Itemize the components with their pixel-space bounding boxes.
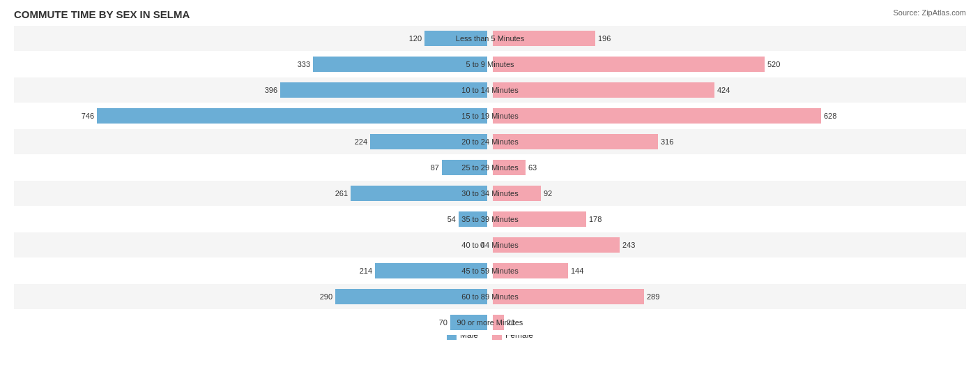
left-section: 746 [14,103,490,128]
row-label: 15 to 19 Minutes [420,112,560,120]
row-label: 25 to 29 Minutes [420,163,560,172]
female-value: 628 [824,112,836,120]
male-value: 290 [320,292,332,301]
female-value: 316 [661,137,673,146]
female-value: 289 [647,292,659,301]
left-section: 290 [14,284,490,309]
row-label: 5 to 9 Minutes [420,60,560,68]
row-label: Less than 5 Minutes [420,34,560,43]
bar-row: 224 20 to 24 Minutes 316 [14,129,966,154]
male-value: 261 [335,189,348,198]
left-section: 87 [14,155,490,180]
row-label: 35 to 39 Minutes [420,215,560,223]
row-label: 60 to 89 Minutes [420,292,560,301]
source-label: Source: ZipAtlas.com [893,8,966,17]
bar-row: 746 15 to 19 Minutes 628 [14,103,966,128]
right-section: 178 [490,207,966,232]
bar-row: 333 5 to 9 Minutes 520 [14,52,966,77]
row-label: 10 to 14 Minutes [420,86,560,94]
left-section: 333 [14,52,490,77]
chart-container: COMMUTE TIME BY SEX IN SELMA Source: Zip… [0,0,980,365]
left-section: 70 [14,310,490,335]
female-value: 196 [598,34,611,43]
right-section: 21 [490,310,966,335]
female-value: 21 [507,318,515,327]
left-section: 396 [14,77,490,103]
row-label: 20 to 24 Minutes [420,137,560,146]
female-value: 63 [528,163,537,172]
bar-row: 70 90 or more Minutes 21 [14,310,966,335]
chart-title: COMMUTE TIME BY SEX IN SELMA [14,8,966,20]
right-section: 316 [490,129,966,154]
right-section: 63 [490,155,966,180]
female-value: 144 [571,267,583,275]
bar-row: 290 60 to 89 Minutes 289 [14,284,966,309]
right-section: 289 [490,284,966,309]
row-label: 45 to 59 Minutes [420,267,560,275]
bar-row: 54 35 to 39 Minutes 178 [14,207,966,232]
female-value: 92 [544,189,552,198]
right-section: 92 [490,181,966,206]
row-label: 90 or more Minutes [420,318,560,327]
right-section: 196 [490,26,966,51]
bar-row: 396 10 to 14 Minutes 424 [14,77,966,103]
left-section: 120 [14,26,490,51]
female-value: 178 [589,215,602,223]
right-section: 243 [490,232,966,258]
female-value: 520 [767,60,780,68]
left-section: 214 [14,258,490,283]
row-label: 40 to 44 Minutes [420,241,560,249]
right-section: 520 [490,52,966,77]
male-value: 214 [360,267,372,275]
male-value: 224 [355,137,367,146]
right-section: 628 [490,103,966,128]
bar-row: 87 25 to 29 Minutes 63 [14,155,966,180]
bar-row: 120 Less than 5 Minutes 196 [14,26,966,51]
left-section: 0 [14,232,490,258]
row-label: 30 to 34 Minutes [420,189,560,198]
right-section: 424 [490,77,966,103]
male-value: 333 [298,60,310,68]
female-value: 424 [717,86,730,94]
left-section: 54 [14,207,490,232]
chart-area: 120 Less than 5 Minutes 196 333 5 to 9 M… [14,26,966,316]
left-section: 224 [14,129,490,154]
bar-row: 261 30 to 34 Minutes 92 [14,181,966,206]
left-section: 261 [14,181,490,206]
bar-row: 0 40 to 44 Minutes 243 [14,232,966,258]
male-value: 396 [265,86,277,94]
female-value: 243 [622,241,635,249]
bar-row: 214 45 to 59 Minutes 144 [14,258,966,283]
male-value: 746 [82,112,94,120]
right-section: 144 [490,258,966,283]
